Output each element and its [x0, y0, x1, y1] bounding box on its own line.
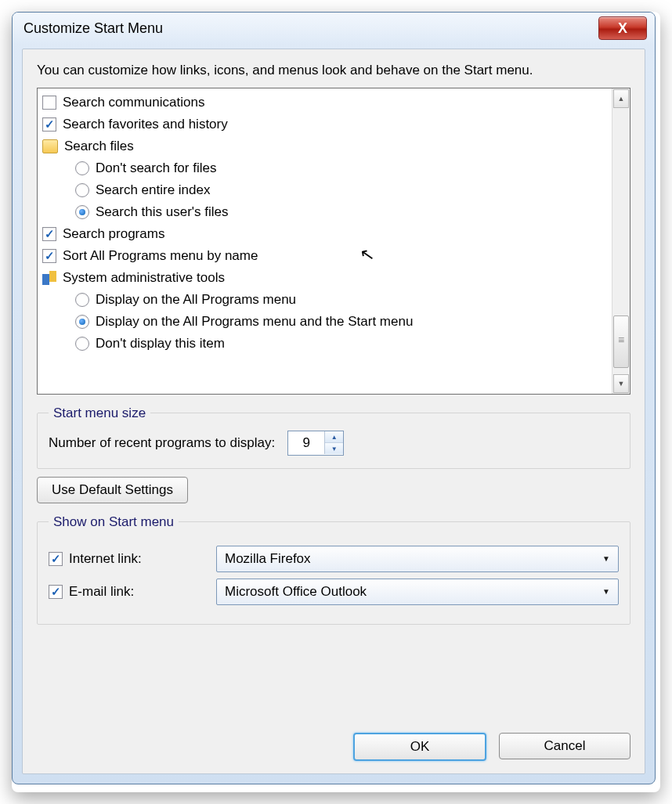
- spinner-down-icon[interactable]: ▼: [325, 443, 343, 454]
- chevron-down-icon: ▼: [602, 554, 610, 563]
- scroll-up-button[interactable]: ▲: [613, 89, 629, 108]
- size-label: Number of recent programs to display:: [49, 435, 275, 451]
- options-listbox[interactable]: Search communications Search favorites a…: [37, 88, 630, 395]
- label-search-communications: Search communications: [63, 95, 204, 110]
- recent-programs-input[interactable]: [288, 434, 324, 452]
- label-sort-all-programs: Sort All Programs menu by name: [63, 248, 258, 264]
- label-search-programs: Search programs: [63, 226, 164, 242]
- recent-programs-spinner[interactable]: ▲ ▼: [287, 431, 344, 456]
- radio-admin-both[interactable]: [75, 315, 89, 329]
- ok-button[interactable]: OK: [353, 733, 486, 761]
- label-search-entire-index: Search entire index: [96, 182, 210, 198]
- intro-text: You can customize how links, icons, and …: [37, 62, 630, 80]
- checkbox-search-favorites[interactable]: [42, 117, 56, 132]
- label-email-link: E-mail link:: [69, 584, 134, 600]
- radio-admin-all-programs[interactable]: [75, 293, 89, 307]
- internet-link-combo[interactable]: Mozilla Firefox ▼: [216, 546, 619, 572]
- label-admin-all-programs: Display on the All Programs menu: [96, 292, 296, 308]
- checkbox-internet-link[interactable]: [49, 552, 63, 566]
- dialog-body: You can customize how links, icons, and …: [22, 49, 645, 774]
- label-dont-search-files: Don't search for files: [96, 160, 216, 176]
- chevron-down-icon: ▼: [602, 587, 610, 596]
- size-legend: Start menu size: [49, 406, 150, 421]
- label-admin-both: Display on the All Programs menu and the…: [96, 314, 413, 330]
- checkbox-sort-all-programs[interactable]: [42, 249, 56, 263]
- label-admin-none: Don't display this item: [96, 336, 225, 352]
- checkbox-search-programs[interactable]: [42, 227, 56, 241]
- label-internet-link: Internet link:: [69, 551, 142, 567]
- spinner-up-icon[interactable]: ▲: [325, 431, 343, 443]
- checkbox-search-communications[interactable]: [42, 96, 56, 110]
- checkbox-email-link[interactable]: [49, 585, 63, 599]
- admin-tools-icon: [42, 271, 56, 285]
- radio-search-users-files[interactable]: [75, 205, 89, 219]
- email-link-combo[interactable]: Microsoft Office Outlook ▼: [216, 579, 619, 605]
- email-link-value: Microsoft Office Outlook: [225, 584, 367, 600]
- label-search-files: Search files: [64, 139, 134, 154]
- close-icon: X: [618, 20, 627, 37]
- scroll-down-button[interactable]: ▼: [613, 374, 629, 393]
- label-search-users-files: Search this user's files: [96, 204, 229, 220]
- use-default-settings-button[interactable]: Use Default Settings: [37, 477, 188, 503]
- show-on-start-group: Show on Start menu Internet link: Mozill…: [37, 514, 630, 625]
- scrollbar[interactable]: ▲ ▼: [612, 88, 630, 394]
- label-search-favorites: Search favorites and history: [63, 117, 228, 132]
- window-title: Customize Start Menu: [23, 20, 163, 37]
- internet-link-value: Mozilla Firefox: [225, 551, 311, 567]
- folder-icon: [42, 139, 58, 153]
- scroll-thumb[interactable]: [613, 315, 629, 368]
- radio-search-entire-index[interactable]: [75, 183, 89, 197]
- label-admin-tools: System administrative tools: [63, 270, 225, 286]
- titlebar: Customize Start Menu X: [13, 13, 655, 44]
- cancel-button[interactable]: Cancel: [499, 733, 630, 759]
- dialog-window: Customize Start Menu X You can customize…: [12, 12, 656, 784]
- close-button[interactable]: X: [598, 16, 647, 40]
- radio-dont-search-files[interactable]: [75, 161, 89, 175]
- start-menu-size-group: Start menu size Number of recent program…: [37, 406, 630, 469]
- radio-admin-none[interactable]: [75, 337, 89, 351]
- show-legend: Show on Start menu: [49, 514, 179, 530]
